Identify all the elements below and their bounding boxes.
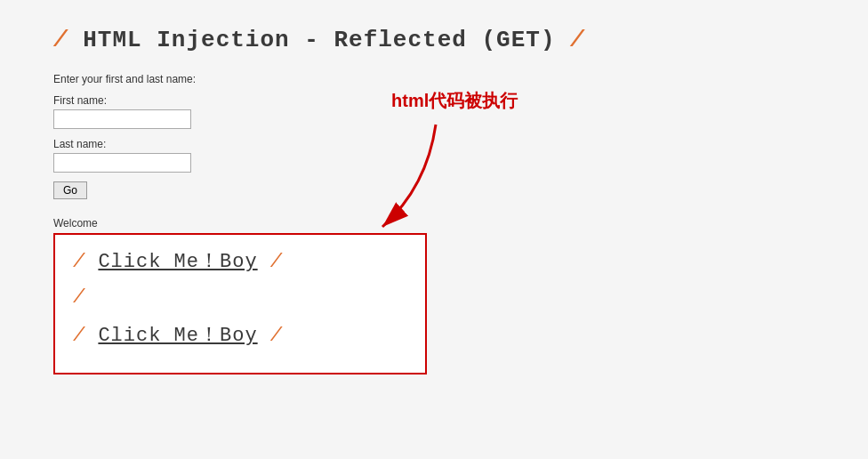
first-name-label: First name:	[53, 94, 815, 107]
line1-slash-left: /	[73, 251, 98, 273]
single-slash-line: /	[73, 286, 407, 309]
form-section: Enter your first and last name: First na…	[53, 73, 815, 206]
page-container: / HTML Injection - Reflected (GET) / Ent…	[0, 0, 868, 401]
welcome-label: Welcome	[53, 217, 815, 230]
last-name-input[interactable]	[53, 153, 191, 173]
injection-result-box: / Click Me！Boy / / / Click Me！Boy /	[53, 233, 427, 374]
go-button[interactable]: Go	[53, 181, 87, 199]
first-name-field-group: First name:	[53, 94, 815, 129]
title-slash-right: /	[556, 27, 585, 53]
line1-slash-right: /	[258, 251, 283, 273]
page-title: / HTML Injection - Reflected (GET) /	[53, 27, 815, 53]
instruction-text: Enter your first and last name:	[53, 73, 815, 85]
first-name-input[interactable]	[53, 109, 191, 129]
injected-line-2: / Click Me！Boy /	[73, 321, 407, 348]
click-me-link-2[interactable]: Click Me！Boy	[98, 325, 257, 347]
injected-line-1: / Click Me！Boy /	[73, 247, 407, 274]
line2-slash-right: /	[258, 325, 283, 347]
last-name-label: Last name:	[53, 138, 815, 150]
click-me-link-1[interactable]: Click Me！Boy	[98, 251, 257, 273]
last-name-field-group: Last name:	[53, 138, 815, 173]
title-text: HTML Injection - Reflected (GET)	[83, 27, 555, 53]
title-slash-left: /	[53, 27, 83, 53]
line2-slash-left: /	[73, 325, 98, 347]
